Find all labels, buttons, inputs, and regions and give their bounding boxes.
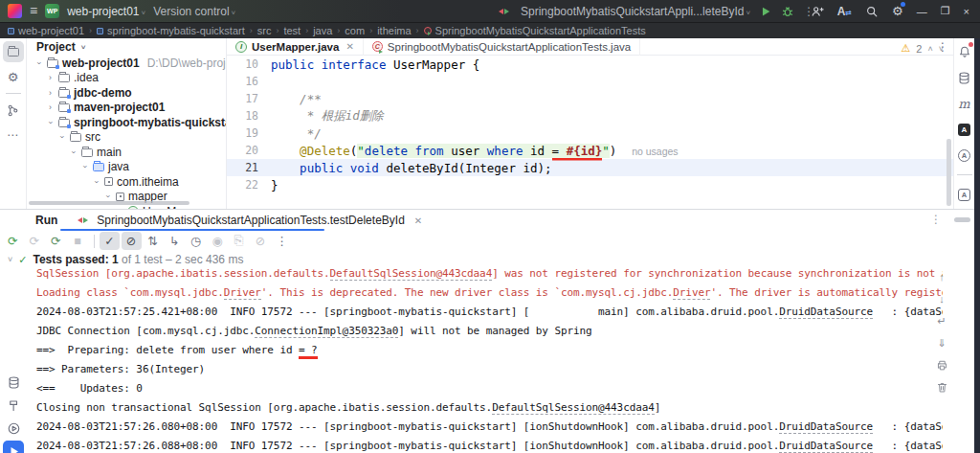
scroll-to-end-icon[interactable]: ⇓ xyxy=(934,336,949,350)
tree-item[interactable]: ›src xyxy=(27,130,226,146)
stop-icon[interactable]: ■ xyxy=(68,232,88,250)
breadcrumb-item[interactable]: com xyxy=(345,25,365,36)
tree-item-label: .idea xyxy=(74,71,99,84)
inspections-widget[interactable]: ⚠ 2 ˄ ˅ xyxy=(901,42,944,55)
horizontal-scrollbar[interactable] xyxy=(29,201,189,205)
tree-item[interactable]: ›com.itheima xyxy=(27,174,226,190)
sort-by-duration-icon[interactable]: ↳ xyxy=(165,232,185,250)
dictionary-icon[interactable]: A xyxy=(956,186,973,203)
project-panel-header[interactable]: Project˅ xyxy=(27,38,226,56)
print-icon[interactable] xyxy=(934,358,949,372)
run-button[interactable] xyxy=(759,5,772,18)
run-config-selector[interactable]: SpringbootMybatisQuickstartAppli...leteB… xyxy=(521,5,750,18)
console-link[interactable]: Driver xyxy=(673,286,710,300)
maximize-button[interactable]: ❐ xyxy=(941,5,950,17)
version-control-icon[interactable] xyxy=(3,100,24,121)
chevron-down-icon[interactable]: › xyxy=(46,118,56,126)
tree-item[interactable]: ›jdbc-demo xyxy=(27,85,226,101)
down-the-stack-trace-icon[interactable]: ↓ xyxy=(934,292,949,306)
clear-all-icon[interactable] xyxy=(934,380,949,394)
pin-icon[interactable]: ⊘ xyxy=(251,232,271,250)
minimize-button[interactable]: — xyxy=(917,6,927,17)
rerun-failed-icon[interactable]: ⟳ xyxy=(25,232,45,250)
more-tool-windows-icon[interactable]: ⋯ xyxy=(3,125,24,146)
tree-item[interactable]: ›web-project01D:\DD\web-project01 xyxy=(27,56,226,71)
console-link[interactable]: Driver xyxy=(224,286,261,300)
tree-item[interactable]: ›java xyxy=(27,160,226,175)
console-link[interactable]: DefaultSqlSession@443cdaa4 xyxy=(330,267,493,281)
translate-icon[interactable]: A⇄ xyxy=(837,5,852,18)
chevron-down-icon[interactable]: › xyxy=(69,147,78,156)
services-icon[interactable] xyxy=(3,418,24,439)
next-problem-icon[interactable]: ˅ xyxy=(939,44,944,54)
chevron-down-icon[interactable]: › xyxy=(57,133,67,142)
close-icon[interactable]: ✕ xyxy=(414,215,422,226)
chevron-right-icon[interactable]: › xyxy=(46,88,55,98)
show-ignored-icon[interactable]: ⊘ xyxy=(122,232,142,250)
chevron-right-icon[interactable]: › xyxy=(46,102,55,112)
chevron-down-icon[interactable]: › xyxy=(92,177,101,186)
chevron-down-icon[interactable]: › xyxy=(34,58,44,67)
breadcrumb-item[interactable]: SpringbootMybatisQuickstartApplicationTe… xyxy=(424,25,646,36)
code-token: id xyxy=(530,144,552,158)
close-icon[interactable]: ✕ xyxy=(345,41,353,52)
notifications-bell-icon[interactable] xyxy=(956,43,973,60)
chevron-right-icon[interactable]: › xyxy=(46,73,55,82)
version-control-button[interactable]: Version control˅ xyxy=(153,5,235,18)
chevron-down-icon[interactable]: ˅ xyxy=(8,255,12,264)
run-tab[interactable]: SpringbootMybatisQuickstartApplicationTe… xyxy=(71,210,426,231)
soft-wrap-icon[interactable]: ↵ xyxy=(934,314,949,328)
breadcrumb-item[interactable]: web-project01 xyxy=(8,25,84,36)
close-button[interactable]: × xyxy=(964,6,969,17)
database-icon[interactable] xyxy=(956,69,973,86)
console-link[interactable]: DruidDataSource xyxy=(779,420,873,434)
debug-button[interactable] xyxy=(781,5,794,18)
import-results-icon[interactable]: ◉ xyxy=(208,232,228,250)
project-folder-icon[interactable] xyxy=(3,41,24,62)
prev-problem-icon[interactable]: ˄ xyxy=(927,44,932,54)
ai-circle-icon[interactable]: A xyxy=(956,147,973,164)
run-icon[interactable] xyxy=(3,441,24,453)
more-options-icon[interactable]: ⋮ xyxy=(272,232,292,250)
breadcrumb-item[interactable]: itheima xyxy=(377,25,411,36)
main-menu-icon[interactable]: ≡ xyxy=(30,0,37,22)
tree-item[interactable]: ›.idea xyxy=(27,71,226,86)
tree-item[interactable]: ›springboot-mybatis-quickstart xyxy=(27,115,226,130)
breadcrumb-item[interactable]: src xyxy=(257,25,272,36)
editor-tab[interactable]: CSpringbootMybatisQuickstartApplicationT… xyxy=(364,38,640,56)
breadcrumb-item[interactable]: test xyxy=(283,25,301,36)
test-history-icon[interactable]: ◷ xyxy=(186,232,206,250)
gear-icon[interactable]: ⚙ xyxy=(3,66,24,87)
export-results-icon[interactable]: ⎘ xyxy=(229,232,249,250)
up-the-stack-trace-icon[interactable]: ↑ xyxy=(934,270,949,283)
console-link[interactable]: DefaultSqlSession@443cdaa4 xyxy=(492,401,655,415)
rerun-icon[interactable]: ⟳ xyxy=(3,232,23,250)
debug-rerun-icon[interactable]: ⟳ xyxy=(46,232,66,250)
console-link[interactable]: DruidDataSource xyxy=(779,440,873,453)
maven-icon[interactable]: m xyxy=(956,95,973,112)
scrollbar-thumb[interactable] xyxy=(954,217,970,222)
settings-button[interactable]: ⚙ xyxy=(892,0,903,22)
console-link[interactable]: ConnectionImpl@350323a0 xyxy=(255,325,398,338)
run-panel-options-icon[interactable]: ⋮ xyxy=(930,213,942,226)
sort-alphabetically-icon[interactable]: ⇅ xyxy=(143,232,163,250)
tree-item[interactable]: ›maven-project01 xyxy=(27,101,226,116)
build-hammer-icon[interactable] xyxy=(3,395,24,416)
editor-scrollbar[interactable] xyxy=(947,139,951,206)
console-output[interactable]: SqlSession [org.apache.ibatis.session.de… xyxy=(0,264,943,453)
chevron-down-icon[interactable]: › xyxy=(103,193,113,201)
project-avatar[interactable]: WP xyxy=(45,4,59,18)
console-link[interactable]: DruidDataSource xyxy=(779,306,873,319)
code-with-me-icon[interactable] xyxy=(811,5,824,18)
chevron-down-icon[interactable]: › xyxy=(80,163,90,171)
search-icon[interactable] xyxy=(865,5,879,18)
show-passed-icon[interactable]: ✓ xyxy=(100,232,120,250)
editor-tab[interactable]: IUserMapper.java✕ xyxy=(227,38,364,56)
breadcrumb-item[interactable]: springboot-mybatis-quickstart xyxy=(97,25,245,36)
database-icon[interactable] xyxy=(3,372,24,393)
tree-item[interactable]: ›main xyxy=(27,145,226,160)
translate-icon[interactable]: A xyxy=(956,121,973,138)
project-name-button[interactable]: web-project01˅ xyxy=(67,5,145,18)
code-area[interactable]: 10public interface UserMapper {1617 /**1… xyxy=(227,56,953,193)
breadcrumb-item[interactable]: java xyxy=(313,25,332,36)
